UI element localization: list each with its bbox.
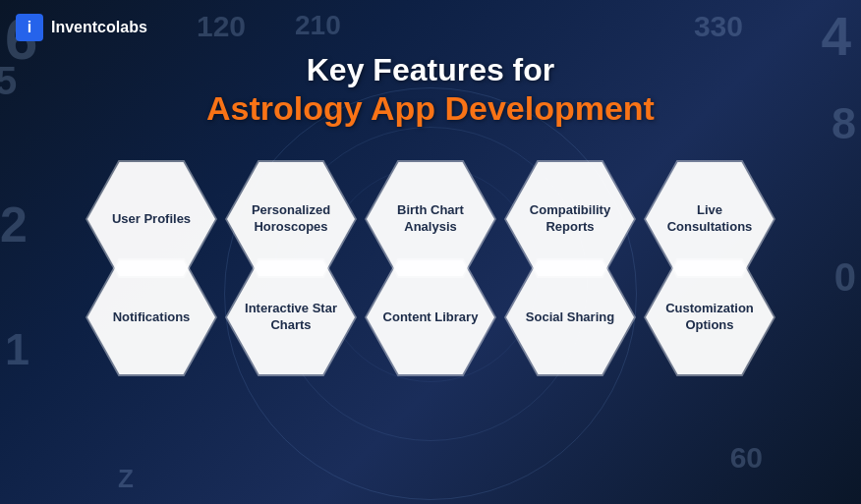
hex-label: Social Sharing	[506, 302, 634, 334]
hex-label: User Profiles	[87, 203, 215, 236]
feature-row-2: NotificationsInteractive Star ChartsCont…	[29, 260, 832, 374]
feature-hexagon[interactable]: Social Sharing	[506, 260, 634, 374]
logo-icon: i	[16, 14, 43, 41]
hex-label: Compatibility Reports	[506, 195, 634, 244]
feature-hexagon[interactable]: Notifications	[87, 260, 215, 374]
feature-hexagon[interactable]: Content Library	[367, 260, 494, 374]
brand-name: Inventcolabs	[51, 19, 147, 36]
features-grid: User ProfilesPersonalized HoroscopesBirt…	[0, 162, 861, 504]
header-line2: Astrology App Development	[0, 88, 861, 129]
hex-label: Personalized Horoscopes	[227, 195, 355, 244]
feature-hexagon[interactable]: Interactive Star Charts	[227, 260, 355, 374]
hex-label: Notifications	[87, 302, 215, 334]
deco-num-10: 330	[694, 10, 743, 43]
background: 6 5 2 1 4 8 0 120 210 330 Z 60 i Inventc…	[0, 0, 861, 504]
hex-label: Customization Options	[646, 293, 774, 342]
feature-hexagon[interactable]: Customization Options	[646, 260, 774, 374]
hex-label: Interactive Star Charts	[227, 293, 355, 342]
hex-label: Birth Chart Analysis	[367, 195, 494, 244]
header-line1: Key Features for	[0, 51, 861, 88]
deco-num-9: 210	[295, 10, 341, 41]
page-header: Key Features for Astrology App Developme…	[0, 51, 861, 129]
hex-label: Content Library	[367, 302, 494, 334]
logo: i Inventcolabs	[16, 14, 147, 41]
deco-num-8: 120	[197, 10, 246, 43]
hex-label: Live Consultations	[646, 195, 774, 244]
